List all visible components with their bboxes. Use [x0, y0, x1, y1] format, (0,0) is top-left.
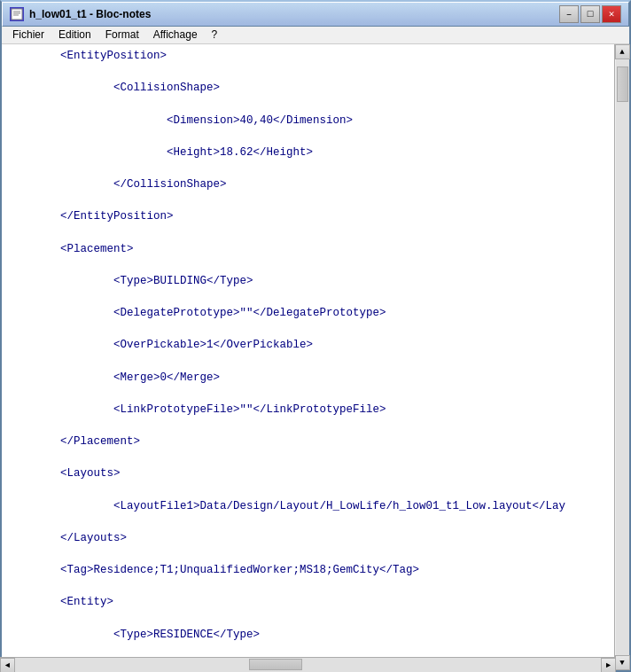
menu-affichage[interactable]: Affichage: [146, 27, 205, 43]
menu-edition[interactable]: Edition: [51, 27, 98, 43]
menu-bar: Fichier Edition Format Affichage ?: [2, 27, 629, 44]
window: h_low01_t1 - Bloc-notes – □ ✕ Fichier Ed…: [0, 0, 631, 672]
text-line: <Type>BUILDING</Type>: [7, 273, 609, 289]
h-scroll-track[interactable]: [15, 658, 601, 672]
text-content[interactable]: <EntityPosition> <CollisionShape> <Dimen…: [2, 44, 614, 670]
scroll-down-button[interactable]: ▼: [615, 655, 630, 670]
minimize-button[interactable]: –: [559, 5, 579, 23]
scroll-thumb[interactable]: [617, 66, 628, 102]
scroll-track[interactable]: [616, 59, 629, 655]
menu-fichier[interactable]: Fichier: [5, 27, 51, 43]
text-line: <CollisionShape>: [7, 80, 609, 96]
text-line: <Layouts>: [7, 465, 609, 481]
maximize-button[interactable]: □: [580, 5, 600, 23]
svg-rect-0: [12, 9, 22, 20]
menu-aide[interactable]: ?: [205, 27, 225, 43]
menu-format[interactable]: Format: [98, 27, 146, 43]
text-line: <Placement>: [7, 241, 609, 257]
notepad-icon: [10, 7, 24, 21]
vertical-scrollbar[interactable]: ▲ ▼: [614, 44, 629, 670]
content-wrapper: <EntityPosition> <CollisionShape> <Dimen…: [2, 44, 629, 670]
h-scroll-thumb[interactable]: [249, 659, 302, 670]
title-bar-controls: – □ ✕: [559, 5, 621, 23]
scroll-up-button[interactable]: ▲: [615, 44, 630, 59]
text-line: <OverPickable>1</OverPickable>: [7, 337, 609, 353]
text-line: </EntityPosition>: [7, 208, 609, 224]
scroll-left-button[interactable]: ◄: [0, 658, 15, 672]
text-line: <LayoutFile1>Data/Design/Layout/H_LowLif…: [7, 498, 609, 514]
text-line: <Tag>Residence;T1;UnqualifiedWorker;MS18…: [7, 562, 609, 578]
horizontal-scrollbar[interactable]: ◄ ►: [0, 657, 616, 672]
title-bar-left: h_low01_t1 - Bloc-notes: [10, 7, 151, 21]
text-line: <Dimension>40,40</Dimension>: [7, 113, 609, 129]
text-line: <LinkPrototypeFile>""</LinkPrototypeFile…: [7, 402, 609, 418]
title-bar: h_low01_t1 - Bloc-notes – □ ✕: [2, 2, 629, 27]
text-line: <DelegatePrototype>""</DelegatePrototype…: [7, 305, 609, 321]
text-line: </Layouts>: [7, 530, 609, 546]
window-title: h_low01_t1 - Bloc-notes: [29, 8, 151, 20]
scroll-right-button[interactable]: ►: [601, 658, 616, 672]
text-line: <Merge>0</Merge>: [7, 370, 609, 386]
close-button[interactable]: ✕: [602, 5, 621, 23]
text-line: <Height>18.62</Height>: [7, 145, 609, 160]
text-line: </Placement>: [7, 434, 609, 449]
text-line: <Entity>: [7, 594, 609, 610]
text-line: </CollisionShape>: [7, 176, 609, 192]
text-line: <Type>RESIDENCE</Type>: [7, 627, 609, 643]
text-line: <EntityPosition>: [7, 48, 609, 64]
